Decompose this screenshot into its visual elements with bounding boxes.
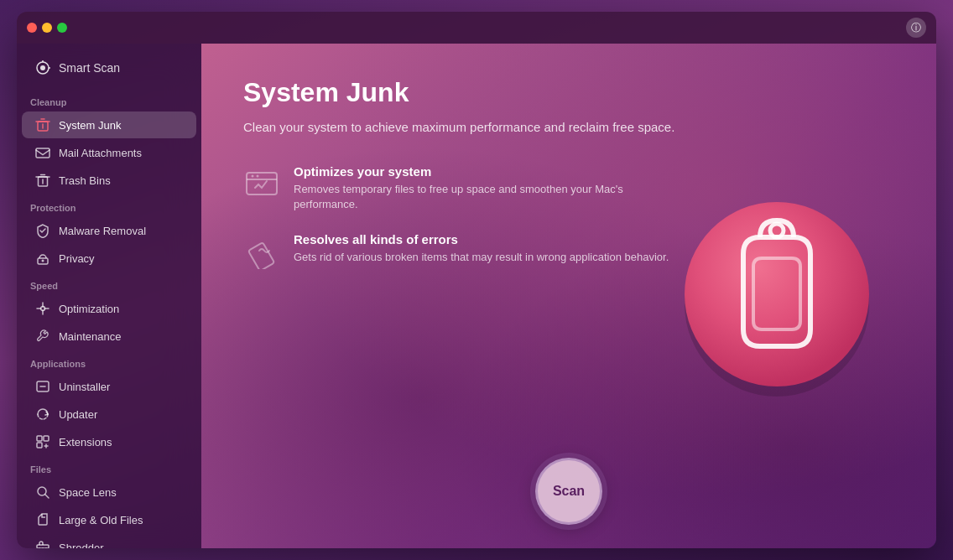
section-label-applications: Applications xyxy=(17,350,201,372)
scan-button-label: Scan xyxy=(553,484,585,499)
svg-point-25 xyxy=(257,174,259,177)
sidebar: Smart Scan Cleanup System Junk xyxy=(17,44,201,548)
svg-rect-18 xyxy=(44,436,49,441)
main-content: Smart Scan Cleanup System Junk xyxy=(17,44,936,548)
sidebar-item-system-junk[interactable]: System Junk xyxy=(22,111,196,138)
svg-rect-17 xyxy=(37,436,42,441)
scan-button-wrap: Scan xyxy=(535,458,602,525)
space-lens-icon xyxy=(35,485,50,500)
errors-detail: Gets rid of various broken items that ma… xyxy=(294,250,669,265)
trash-icon xyxy=(35,173,50,188)
sidebar-item-shredder[interactable]: Shredder xyxy=(22,534,196,548)
sidebar-item-optimization[interactable]: Optimization xyxy=(22,295,196,322)
sidebar-item-space-lens[interactable]: Space Lens xyxy=(22,479,196,506)
optimize-icon-wrap xyxy=(243,164,280,201)
info-button[interactable]: ⓘ xyxy=(906,18,926,38)
malware-icon xyxy=(35,223,50,238)
sidebar-item-extensions[interactable]: Extensions xyxy=(22,428,196,455)
traffic-lights xyxy=(27,23,67,33)
title-bar: ⓘ xyxy=(17,12,936,44)
uninstaller-label: Uninstaller xyxy=(59,381,110,393)
sidebar-item-trash-bins[interactable]: Trash Bins xyxy=(22,167,196,194)
maintenance-label: Maintenance xyxy=(59,330,121,343)
hero-icon xyxy=(668,187,886,405)
system-junk-icon xyxy=(35,117,50,132)
smart-scan-label: Smart Scan xyxy=(59,61,120,75)
updater-icon xyxy=(35,407,50,422)
content-area: System Junk Clean your system to achieve… xyxy=(243,77,680,289)
svg-point-24 xyxy=(252,174,254,177)
sidebar-item-maintenance[interactable]: Maintenance xyxy=(22,323,196,350)
large-old-files-label: Large & Old Files xyxy=(59,514,143,526)
sidebar-item-mail-attachments[interactable]: Mail Attachments xyxy=(22,139,196,166)
svg-rect-19 xyxy=(37,443,42,448)
shredder-icon xyxy=(35,540,50,548)
feature-item-optimize: Optimizes your system Removes temporary … xyxy=(243,164,680,212)
mail-icon xyxy=(35,145,50,160)
sidebar-item-malware-removal[interactable]: Malware Removal xyxy=(22,217,196,244)
app-window: ⓘ Smart Scan Cleanup xyxy=(17,12,936,548)
sidebar-item-updater[interactable]: Updater xyxy=(22,401,196,428)
close-button[interactable] xyxy=(27,23,37,33)
feature-description-text: Clean your system to achieve maximum per… xyxy=(243,120,674,134)
optimization-label: Optimization xyxy=(59,303,119,315)
scan-button[interactable]: Scan xyxy=(535,458,602,525)
malware-removal-label: Malware Removal xyxy=(59,225,146,237)
privacy-label: Privacy xyxy=(59,252,95,265)
sidebar-item-privacy[interactable]: Privacy xyxy=(22,245,196,272)
extensions-label: Extensions xyxy=(59,436,112,449)
feature-description: Clean your system to achieve maximum per… xyxy=(243,118,680,137)
svg-line-21 xyxy=(45,495,49,498)
trash-bins-label: Trash Bins xyxy=(59,174,111,187)
svg-point-15 xyxy=(41,307,45,311)
space-lens-label: Space Lens xyxy=(59,486,117,499)
svg-rect-23 xyxy=(247,173,277,194)
section-label-protection: Protection xyxy=(17,194,201,216)
feature-text-errors: Resolves all kinds of errors Gets rid of… xyxy=(294,232,669,265)
errors-icon-wrap xyxy=(243,232,280,269)
sidebar-item-large-old-files[interactable]: Large & Old Files xyxy=(22,506,196,533)
sidebar-item-smart-scan[interactable]: Smart Scan xyxy=(22,52,196,84)
maximize-button[interactable] xyxy=(57,23,67,33)
svg-rect-26 xyxy=(248,242,274,269)
errors-heading: Resolves all kinds of errors xyxy=(294,232,669,246)
updater-label: Updater xyxy=(59,408,97,421)
main-panel: System Junk Clean your system to achieve… xyxy=(201,44,936,548)
mail-attachments-label: Mail Attachments xyxy=(59,147,142,159)
svg-point-9 xyxy=(42,260,44,262)
feature-item-errors: Resolves all kinds of errors Gets rid of… xyxy=(243,232,680,269)
section-label-cleanup: Cleanup xyxy=(17,89,201,111)
svg-point-1 xyxy=(40,65,45,70)
large-files-icon xyxy=(35,512,50,527)
info-icon: ⓘ xyxy=(911,21,921,35)
smart-scan-icon xyxy=(35,60,50,75)
extensions-icon xyxy=(35,434,50,449)
minimize-button[interactable] xyxy=(42,23,52,33)
svg-point-28 xyxy=(685,202,869,386)
optimization-icon xyxy=(35,301,50,316)
optimize-detail: Removes temporary files to free up space… xyxy=(294,182,680,212)
privacy-icon xyxy=(35,251,50,266)
system-junk-label: System Junk xyxy=(59,119,121,132)
shredder-label: Shredder xyxy=(59,542,103,549)
uninstaller-icon xyxy=(35,379,50,394)
section-label-files: Files xyxy=(17,456,201,478)
feature-text-optimize: Optimizes your system Removes temporary … xyxy=(294,164,680,212)
maintenance-icon xyxy=(35,329,50,344)
svg-rect-6 xyxy=(36,148,49,158)
optimize-heading: Optimizes your system xyxy=(294,164,680,179)
section-label-speed: Speed xyxy=(17,272,201,294)
feature-title: System Junk xyxy=(243,77,680,108)
sidebar-item-uninstaller[interactable]: Uninstaller xyxy=(22,373,196,400)
